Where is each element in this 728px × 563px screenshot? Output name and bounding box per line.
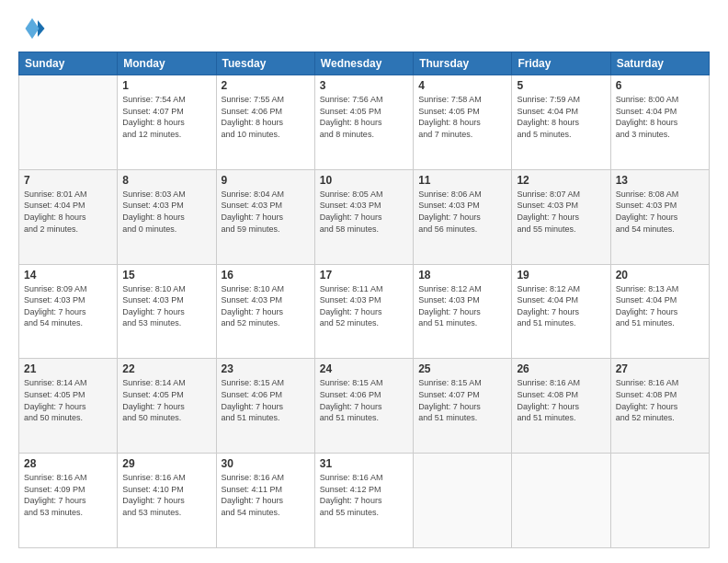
day-info: Sunrise: 8:10 AM Sunset: 4:03 PM Dayligh… [222, 283, 310, 329]
weekday-header-wednesday: Wednesday [314, 52, 413, 75]
weekday-header-sunday: Sunday [19, 52, 118, 75]
day-number: 10 [320, 174, 408, 187]
calendar-cell: 27Sunrise: 8:16 AM Sunset: 4:08 PM Dayli… [610, 359, 709, 454]
day-info: Sunrise: 8:12 AM Sunset: 4:03 PM Dayligh… [418, 283, 506, 329]
calendar-cell: 13Sunrise: 8:08 AM Sunset: 4:03 PM Dayli… [610, 169, 709, 264]
day-number: 14 [24, 269, 112, 282]
calendar-cell: 3Sunrise: 7:56 AM Sunset: 4:05 PM Daylig… [314, 75, 413, 170]
weekday-header-thursday: Thursday [414, 52, 512, 75]
day-info: Sunrise: 8:01 AM Sunset: 4:04 PM Dayligh… [24, 189, 112, 235]
calendar-cell: 29Sunrise: 8:16 AM Sunset: 4:10 PM Dayli… [118, 454, 216, 548]
day-info: Sunrise: 8:13 AM Sunset: 4:04 PM Dayligh… [616, 283, 704, 329]
day-info: Sunrise: 8:08 AM Sunset: 4:03 PM Dayligh… [616, 189, 704, 235]
calendar-cell: 18Sunrise: 8:12 AM Sunset: 4:03 PM Dayli… [414, 264, 512, 359]
calendar-cell: 22Sunrise: 8:14 AM Sunset: 4:05 PM Dayli… [118, 359, 216, 454]
day-number: 29 [122, 457, 210, 470]
day-info: Sunrise: 8:16 AM Sunset: 4:12 PM Dayligh… [320, 472, 408, 518]
day-info: Sunrise: 8:10 AM Sunset: 4:03 PM Dayligh… [122, 283, 210, 329]
day-number: 15 [122, 269, 210, 282]
weekday-header-tuesday: Tuesday [216, 52, 314, 75]
day-info: Sunrise: 7:56 AM Sunset: 4:05 PM Dayligh… [320, 94, 408, 140]
calendar-week-row: 14Sunrise: 8:09 AM Sunset: 4:03 PM Dayli… [19, 264, 710, 359]
calendar-cell: 26Sunrise: 8:16 AM Sunset: 4:08 PM Dayli… [512, 359, 610, 454]
calendar-cell: 20Sunrise: 8:13 AM Sunset: 4:04 PM Dayli… [610, 264, 709, 359]
day-number: 9 [222, 174, 310, 187]
day-number: 11 [418, 174, 506, 187]
day-info: Sunrise: 8:16 AM Sunset: 4:10 PM Dayligh… [122, 472, 210, 518]
day-number: 22 [122, 362, 210, 375]
day-number: 8 [122, 174, 210, 187]
day-info: Sunrise: 8:16 AM Sunset: 4:09 PM Dayligh… [24, 472, 112, 518]
calendar-cell: 28Sunrise: 8:16 AM Sunset: 4:09 PM Dayli… [19, 454, 118, 548]
calendar-cell: 8Sunrise: 8:03 AM Sunset: 4:03 PM Daylig… [118, 169, 216, 264]
day-number: 27 [616, 362, 704, 375]
day-number: 21 [24, 362, 112, 375]
day-number: 6 [616, 79, 704, 92]
day-number: 23 [222, 362, 310, 375]
calendar-cell: 17Sunrise: 8:11 AM Sunset: 4:03 PM Dayli… [314, 264, 413, 359]
day-info: Sunrise: 8:15 AM Sunset: 4:06 PM Dayligh… [320, 377, 408, 423]
calendar-cell: 25Sunrise: 8:15 AM Sunset: 4:07 PM Dayli… [414, 359, 512, 454]
day-number: 31 [320, 457, 408, 470]
day-info: Sunrise: 8:04 AM Sunset: 4:03 PM Dayligh… [222, 189, 310, 235]
weekday-header-friday: Friday [512, 52, 610, 75]
day-number: 4 [418, 79, 506, 92]
calendar-cell: 7Sunrise: 8:01 AM Sunset: 4:04 PM Daylig… [19, 169, 118, 264]
day-info: Sunrise: 8:05 AM Sunset: 4:03 PM Dayligh… [320, 189, 408, 235]
logo-icon [18, 15, 46, 42]
page: SundayMondayTuesdayWednesdayThursdayFrid… [0, 0, 728, 563]
day-number: 7 [24, 174, 112, 187]
day-number: 12 [517, 174, 605, 187]
day-info: Sunrise: 8:09 AM Sunset: 4:03 PM Dayligh… [24, 283, 112, 329]
day-info: Sunrise: 8:15 AM Sunset: 4:06 PM Dayligh… [222, 377, 310, 423]
calendar-week-row: 21Sunrise: 8:14 AM Sunset: 4:05 PM Dayli… [19, 359, 710, 454]
day-info: Sunrise: 8:00 AM Sunset: 4:04 PM Dayligh… [616, 94, 704, 140]
day-number: 1 [122, 79, 210, 92]
calendar-cell: 1Sunrise: 7:54 AM Sunset: 4:07 PM Daylig… [118, 75, 216, 170]
day-number: 2 [222, 79, 310, 92]
weekday-header-row: SundayMondayTuesdayWednesdayThursdayFrid… [19, 52, 710, 75]
calendar-cell: 12Sunrise: 8:07 AM Sunset: 4:03 PM Dayli… [512, 169, 610, 264]
day-info: Sunrise: 7:55 AM Sunset: 4:06 PM Dayligh… [222, 94, 310, 140]
day-info: Sunrise: 8:14 AM Sunset: 4:05 PM Dayligh… [24, 377, 112, 423]
day-number: 25 [418, 362, 506, 375]
day-number: 3 [320, 79, 408, 92]
calendar-cell [512, 454, 610, 548]
calendar-cell: 31Sunrise: 8:16 AM Sunset: 4:12 PM Dayli… [314, 454, 413, 548]
calendar-cell: 9Sunrise: 8:04 AM Sunset: 4:03 PM Daylig… [216, 169, 314, 264]
header [18, 15, 710, 42]
calendar-cell: 2Sunrise: 7:55 AM Sunset: 4:06 PM Daylig… [216, 75, 314, 170]
day-number: 26 [517, 362, 605, 375]
calendar-cell: 5Sunrise: 7:59 AM Sunset: 4:04 PM Daylig… [512, 75, 610, 170]
calendar-cell: 6Sunrise: 8:00 AM Sunset: 4:04 PM Daylig… [610, 75, 709, 170]
day-info: Sunrise: 8:16 AM Sunset: 4:08 PM Dayligh… [517, 377, 605, 423]
calendar-week-row: 7Sunrise: 8:01 AM Sunset: 4:04 PM Daylig… [19, 169, 710, 264]
calendar-cell: 30Sunrise: 8:16 AM Sunset: 4:11 PM Dayli… [216, 454, 314, 548]
calendar-cell: 11Sunrise: 8:06 AM Sunset: 4:03 PM Dayli… [414, 169, 512, 264]
calendar-cell [610, 454, 709, 548]
day-info: Sunrise: 7:54 AM Sunset: 4:07 PM Dayligh… [122, 94, 210, 140]
day-number: 18 [418, 269, 506, 282]
day-info: Sunrise: 7:59 AM Sunset: 4:04 PM Dayligh… [517, 94, 605, 140]
day-info: Sunrise: 8:16 AM Sunset: 4:11 PM Dayligh… [222, 472, 310, 518]
calendar-cell: 19Sunrise: 8:12 AM Sunset: 4:04 PM Dayli… [512, 264, 610, 359]
svg-marker-1 [26, 18, 40, 40]
day-info: Sunrise: 8:03 AM Sunset: 4:03 PM Dayligh… [122, 189, 210, 235]
day-number: 28 [24, 457, 112, 470]
calendar-cell: 15Sunrise: 8:10 AM Sunset: 4:03 PM Dayli… [118, 264, 216, 359]
calendar-week-row: 1Sunrise: 7:54 AM Sunset: 4:07 PM Daylig… [19, 75, 710, 170]
calendar-cell: 4Sunrise: 7:58 AM Sunset: 4:05 PM Daylig… [414, 75, 512, 170]
day-info: Sunrise: 7:58 AM Sunset: 4:05 PM Dayligh… [418, 94, 506, 140]
logo [18, 15, 50, 42]
calendar-table: SundayMondayTuesdayWednesdayThursdayFrid… [18, 52, 710, 548]
day-info: Sunrise: 8:15 AM Sunset: 4:07 PM Dayligh… [418, 377, 506, 423]
day-info: Sunrise: 8:16 AM Sunset: 4:08 PM Dayligh… [616, 377, 704, 423]
calendar-cell: 21Sunrise: 8:14 AM Sunset: 4:05 PM Dayli… [19, 359, 118, 454]
weekday-header-saturday: Saturday [610, 52, 709, 75]
day-info: Sunrise: 8:11 AM Sunset: 4:03 PM Dayligh… [320, 283, 408, 329]
day-number: 13 [616, 174, 704, 187]
day-info: Sunrise: 8:14 AM Sunset: 4:05 PM Dayligh… [122, 377, 210, 423]
calendar-week-row: 28Sunrise: 8:16 AM Sunset: 4:09 PM Dayli… [19, 454, 710, 548]
calendar-cell [19, 75, 118, 170]
day-number: 19 [517, 269, 605, 282]
